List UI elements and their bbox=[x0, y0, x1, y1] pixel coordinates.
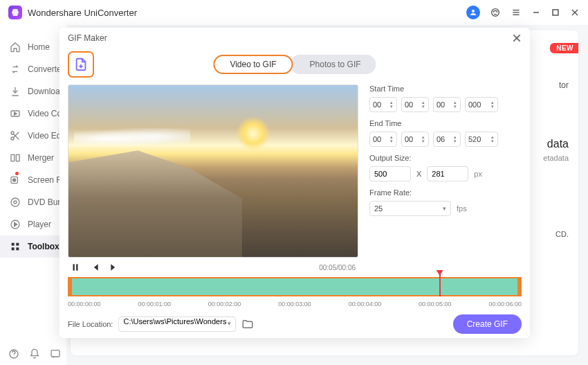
next-frame-button[interactable] bbox=[109, 262, 119, 272]
sidebar-item-dvd[interactable]: DVD Burner bbox=[0, 191, 66, 213]
start-minutes-input[interactable]: 00▴▾ bbox=[401, 97, 429, 112]
framerate-select[interactable]: 25 bbox=[369, 201, 451, 216]
maximize-button[interactable] bbox=[551, 8, 560, 17]
recorder-icon bbox=[10, 175, 21, 186]
converter-icon bbox=[10, 64, 21, 75]
sidebar-label: Toolbox bbox=[28, 242, 59, 251]
output-size-label: Output Size: bbox=[369, 154, 522, 162]
open-folder-button[interactable] bbox=[241, 318, 254, 330]
svg-rect-22 bbox=[16, 243, 19, 246]
disc-icon bbox=[10, 197, 21, 208]
sidebar-item-toolbox[interactable]: Toolbox bbox=[0, 235, 66, 258]
create-gif-button[interactable]: Create GIF bbox=[453, 314, 522, 334]
help-icon[interactable] bbox=[8, 348, 19, 359]
svg-point-10 bbox=[11, 132, 14, 134]
tab-group: Video to GIF Photos to GIF bbox=[213, 55, 376, 74]
sidebar-label: Player bbox=[28, 220, 51, 229]
svg-rect-23 bbox=[12, 247, 15, 250]
file-location-label: File Location: bbox=[68, 320, 113, 328]
svg-point-0 bbox=[472, 10, 475, 12]
bottom-icons bbox=[8, 348, 61, 359]
play-icon bbox=[10, 219, 21, 230]
start-ms-input[interactable]: 000▴▾ bbox=[465, 97, 498, 112]
timeline-labels: 00:00:00:00 00:00:01:00 00:00:02:00 00:0… bbox=[68, 296, 522, 308]
timeline[interactable] bbox=[68, 277, 522, 296]
user-avatar[interactable] bbox=[466, 6, 480, 19]
px-unit: px bbox=[474, 170, 482, 178]
output-width-input[interactable] bbox=[369, 166, 411, 181]
svg-point-11 bbox=[11, 137, 14, 140]
gif-maker-dialog: GIF Maker Video to GIF Photos to GIF 00:… bbox=[59, 28, 530, 338]
sidebar-item-home[interactable]: Home bbox=[0, 36, 66, 58]
support-icon[interactable] bbox=[490, 7, 501, 18]
video-controls: 00:05/00:06 bbox=[68, 258, 358, 274]
sidebar-item-merger[interactable]: Merger bbox=[0, 147, 66, 169]
sidebar-item-recorder[interactable]: Screen Recorder bbox=[0, 169, 66, 191]
svg-rect-31 bbox=[73, 264, 75, 270]
tab-video-to-gif[interactable]: Video to GIF bbox=[213, 55, 293, 74]
sidebar: Home Converter Downloader Video Compress… bbox=[0, 25, 66, 365]
sidebar-item-converter[interactable]: Converter bbox=[0, 58, 66, 80]
svg-rect-15 bbox=[16, 154, 19, 161]
bg-text: tor bbox=[559, 80, 569, 90]
add-file-button[interactable] bbox=[68, 51, 94, 78]
size-x: X bbox=[416, 170, 421, 178]
dialog-title: GIF Maker bbox=[68, 33, 107, 43]
sidebar-item-editor[interactable]: Video Editor bbox=[0, 125, 66, 147]
app-logo bbox=[8, 6, 22, 19]
pause-button[interactable] bbox=[71, 262, 80, 272]
svg-point-18 bbox=[11, 198, 19, 206]
close-button[interactable] bbox=[570, 8, 580, 17]
bg-text: CD. bbox=[555, 230, 569, 238]
app-title: Wondershare UniConverter bbox=[28, 8, 137, 18]
sidebar-item-player[interactable]: Player bbox=[0, 213, 66, 235]
compressor-icon bbox=[10, 108, 21, 119]
svg-point-1 bbox=[492, 9, 499, 17]
fps-unit: fps bbox=[457, 204, 467, 213]
video-time: 00:05/00:06 bbox=[319, 264, 356, 271]
start-hours-input[interactable]: 00▴▾ bbox=[369, 97, 397, 112]
svg-rect-21 bbox=[12, 243, 15, 246]
end-time-label: End Time bbox=[369, 119, 522, 127]
start-time-label: Start Time bbox=[369, 84, 522, 93]
bell-icon[interactable] bbox=[29, 348, 40, 359]
titlebar: Wondershare UniConverter bbox=[0, 0, 588, 25]
download-icon bbox=[10, 86, 21, 97]
home-icon bbox=[10, 42, 21, 53]
end-seconds-input[interactable]: 06▴▾ bbox=[433, 132, 461, 147]
end-ms-input[interactable]: 520▴▾ bbox=[465, 132, 498, 147]
recorder-dot bbox=[15, 172, 19, 175]
svg-rect-6 bbox=[553, 10, 558, 15]
file-location-select[interactable]: C:\Users\ws\Pictures\Wonders bbox=[118, 317, 236, 332]
merger-icon bbox=[10, 152, 21, 163]
new-badge: NEW bbox=[550, 43, 578, 53]
feedback-icon[interactable] bbox=[50, 348, 61, 359]
end-hours-input[interactable]: 00▴▾ bbox=[369, 132, 397, 147]
framerate-label: Frame Rate: bbox=[369, 188, 522, 197]
svg-point-19 bbox=[14, 201, 17, 204]
end-minutes-input[interactable]: 00▴▾ bbox=[401, 132, 429, 147]
timeline-end-handle[interactable] bbox=[517, 277, 522, 296]
bg-text: data bbox=[547, 138, 569, 150]
minimize-button[interactable] bbox=[531, 8, 541, 17]
timeline-playhead[interactable] bbox=[439, 273, 441, 296]
grid-icon bbox=[10, 241, 21, 252]
dialog-close-icon[interactable] bbox=[512, 33, 522, 43]
sidebar-label: Home bbox=[28, 42, 50, 52]
sidebar-item-downloader[interactable]: Downloader bbox=[0, 80, 66, 103]
start-seconds-input[interactable]: 00▴▾ bbox=[433, 97, 461, 112]
prev-frame-button[interactable] bbox=[90, 262, 100, 272]
sidebar-label: Merger bbox=[28, 153, 54, 163]
menu-icon[interactable] bbox=[511, 7, 522, 18]
output-height-input[interactable] bbox=[427, 166, 468, 181]
sidebar-label: Converter bbox=[28, 64, 64, 74]
bg-text: etadata bbox=[543, 154, 569, 162]
tab-photos-to-gif[interactable]: Photos to GIF bbox=[291, 55, 376, 74]
sidebar-item-compressor[interactable]: Video Compressor bbox=[0, 103, 66, 125]
svg-rect-24 bbox=[16, 247, 19, 250]
svg-rect-32 bbox=[76, 264, 77, 270]
svg-rect-14 bbox=[11, 154, 15, 161]
video-preview[interactable] bbox=[68, 84, 358, 258]
scissors-icon bbox=[10, 130, 21, 141]
timeline-start-handle[interactable] bbox=[68, 277, 72, 296]
